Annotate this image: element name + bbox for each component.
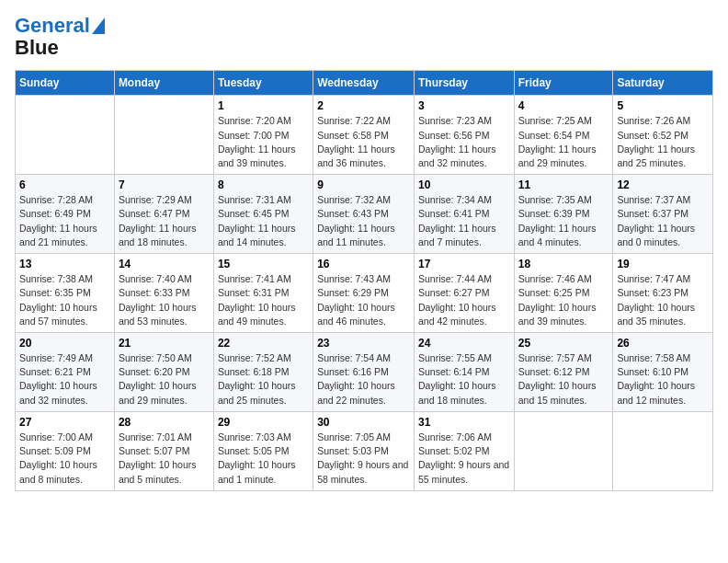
calendar-cell: 12Sunrise: 7:37 AM Sunset: 6:37 PM Dayli… [613,175,713,254]
weekday-header-friday: Friday [514,71,613,96]
day-detail: Sunrise: 7:38 AM Sunset: 6:35 PM Dayligh… [19,272,110,328]
day-number: 16 [317,258,410,270]
day-detail: Sunrise: 7:26 AM Sunset: 6:52 PM Dayligh… [617,114,709,170]
day-detail: Sunrise: 7:03 AM Sunset: 5:05 PM Dayligh… [218,431,309,487]
day-detail: Sunrise: 7:44 AM Sunset: 6:27 PM Dayligh… [418,272,510,328]
weekday-header-saturday: Saturday [613,71,713,96]
day-detail: Sunrise: 7:47 AM Sunset: 6:23 PM Dayligh… [617,272,709,328]
calendar-cell: 7Sunrise: 7:29 AM Sunset: 6:47 PM Daylig… [114,175,213,254]
calendar-cell: 19Sunrise: 7:47 AM Sunset: 6:23 PM Dayli… [613,254,713,333]
calendar-cell: 3Sunrise: 7:23 AM Sunset: 6:56 PM Daylig… [414,96,514,175]
day-number: 18 [518,258,609,270]
calendar-cell: 5Sunrise: 7:26 AM Sunset: 6:52 PM Daylig… [613,96,713,175]
calendar-cell: 30Sunrise: 7:05 AM Sunset: 5:03 PM Dayli… [313,411,415,490]
weekday-header-thursday: Thursday [414,71,514,96]
calendar-cell: 2Sunrise: 7:22 AM Sunset: 6:58 PM Daylig… [313,96,415,175]
calendar-cell: 15Sunrise: 7:41 AM Sunset: 6:31 PM Dayli… [213,254,313,333]
calendar-cell [514,411,613,490]
calendar-cell: 23Sunrise: 7:54 AM Sunset: 6:16 PM Dayli… [313,333,415,412]
calendar-cell: 11Sunrise: 7:35 AM Sunset: 6:39 PM Dayli… [514,175,613,254]
day-number: 28 [119,416,210,429]
day-detail: Sunrise: 7:37 AM Sunset: 6:37 PM Dayligh… [617,193,709,249]
calendar-cell: 1Sunrise: 7:20 AM Sunset: 7:00 PM Daylig… [213,96,313,175]
calendar-cell: 8Sunrise: 7:31 AM Sunset: 6:45 PM Daylig… [213,175,313,254]
day-number: 22 [218,337,309,350]
day-number: 8 [218,178,309,191]
day-detail: Sunrise: 7:49 AM Sunset: 6:21 PM Dayligh… [19,351,110,408]
calendar-cell: 13Sunrise: 7:38 AM Sunset: 6:35 PM Dayli… [16,254,115,333]
calendar-cell [16,96,115,175]
calendar-cell: 20Sunrise: 7:49 AM Sunset: 6:21 PM Dayli… [16,333,115,412]
calendar-cell: 31Sunrise: 7:06 AM Sunset: 5:02 PM Dayli… [414,411,514,490]
calendar-cell: 21Sunrise: 7:50 AM Sunset: 6:20 PM Dayli… [114,333,213,412]
day-number: 9 [317,178,410,191]
calendar-cell [613,411,713,490]
day-detail: Sunrise: 7:01 AM Sunset: 5:07 PM Dayligh… [119,431,210,487]
day-number: 17 [418,258,510,270]
calendar-cell: 9Sunrise: 7:32 AM Sunset: 6:43 PM Daylig… [313,175,415,254]
day-detail: Sunrise: 7:41 AM Sunset: 6:31 PM Dayligh… [218,272,309,328]
day-number: 11 [518,178,609,191]
calendar-cell: 27Sunrise: 7:00 AM Sunset: 5:09 PM Dayli… [16,411,115,490]
day-detail: Sunrise: 7:58 AM Sunset: 6:10 PM Dayligh… [617,351,709,408]
day-number: 12 [617,178,709,191]
weekday-header-tuesday: Tuesday [213,71,313,96]
day-detail: Sunrise: 7:57 AM Sunset: 6:12 PM Dayligh… [518,351,609,408]
svg-marker-0 [92,17,105,34]
day-number: 2 [317,99,410,112]
day-detail: Sunrise: 7:29 AM Sunset: 6:47 PM Dayligh… [119,193,210,249]
day-number: 1 [218,99,309,112]
day-detail: Sunrise: 7:35 AM Sunset: 6:39 PM Dayligh… [518,193,609,249]
day-detail: Sunrise: 7:20 AM Sunset: 7:00 PM Dayligh… [218,114,309,170]
day-number: 19 [617,258,709,270]
day-number: 4 [518,99,609,112]
day-detail: Sunrise: 7:46 AM Sunset: 6:25 PM Dayligh… [518,272,609,328]
day-detail: Sunrise: 7:25 AM Sunset: 6:54 PM Dayligh… [518,114,609,170]
day-number: 3 [418,99,510,112]
calendar-cell: 25Sunrise: 7:57 AM Sunset: 6:12 PM Dayli… [514,333,613,412]
calendar-table: SundayMondayTuesdayWednesdayThursdayFrid… [15,70,713,490]
day-number: 27 [19,416,110,429]
weekday-header-sunday: Sunday [16,71,115,96]
calendar-cell: 4Sunrise: 7:25 AM Sunset: 6:54 PM Daylig… [514,96,613,175]
day-number: 29 [218,416,309,429]
logo-text: General [15,15,90,37]
day-detail: Sunrise: 7:52 AM Sunset: 6:18 PM Dayligh… [218,351,309,408]
day-number: 14 [119,258,210,270]
day-detail: Sunrise: 7:05 AM Sunset: 5:03 PM Dayligh… [317,431,410,487]
day-detail: Sunrise: 7:34 AM Sunset: 6:41 PM Dayligh… [418,193,510,249]
day-number: 24 [418,337,510,350]
day-detail: Sunrise: 7:28 AM Sunset: 6:49 PM Dayligh… [19,193,110,249]
calendar-cell: 17Sunrise: 7:44 AM Sunset: 6:27 PM Dayli… [414,254,514,333]
calendar-cell: 10Sunrise: 7:34 AM Sunset: 6:41 PM Dayli… [414,175,514,254]
day-detail: Sunrise: 7:55 AM Sunset: 6:14 PM Dayligh… [418,351,510,408]
day-number: 30 [317,416,410,429]
day-detail: Sunrise: 7:50 AM Sunset: 6:20 PM Dayligh… [119,351,210,408]
day-number: 25 [518,337,609,350]
day-detail: Sunrise: 7:22 AM Sunset: 6:58 PM Dayligh… [317,114,410,170]
calendar-week-1: 1Sunrise: 7:20 AM Sunset: 7:00 PM Daylig… [16,96,713,175]
calendar-week-2: 6Sunrise: 7:28 AM Sunset: 6:49 PM Daylig… [16,175,713,254]
day-number: 31 [418,416,510,429]
day-number: 26 [617,337,709,350]
logo-icon [92,17,105,34]
calendar-body: 1Sunrise: 7:20 AM Sunset: 7:00 PM Daylig… [16,96,713,490]
calendar-week-5: 27Sunrise: 7:00 AM Sunset: 5:09 PM Dayli… [16,411,713,490]
logo-blue: Blue [15,37,105,59]
day-detail: Sunrise: 7:54 AM Sunset: 6:16 PM Dayligh… [317,351,410,408]
day-number: 7 [119,178,210,191]
day-detail: Sunrise: 7:31 AM Sunset: 6:45 PM Dayligh… [218,193,309,249]
calendar-cell: 24Sunrise: 7:55 AM Sunset: 6:14 PM Dayli… [414,333,514,412]
day-number: 15 [218,258,309,270]
day-detail: Sunrise: 7:43 AM Sunset: 6:29 PM Dayligh… [317,272,410,328]
calendar-week-4: 20Sunrise: 7:49 AM Sunset: 6:21 PM Dayli… [16,333,713,412]
day-detail: Sunrise: 7:32 AM Sunset: 6:43 PM Dayligh… [317,193,410,249]
calendar-cell: 26Sunrise: 7:58 AM Sunset: 6:10 PM Dayli… [613,333,713,412]
day-detail: Sunrise: 7:06 AM Sunset: 5:02 PM Dayligh… [418,431,510,487]
day-number: 20 [19,337,110,350]
day-detail: Sunrise: 7:23 AM Sunset: 6:56 PM Dayligh… [418,114,510,170]
calendar-header: SundayMondayTuesdayWednesdayThursdayFrid… [16,71,713,96]
weekday-header-row: SundayMondayTuesdayWednesdayThursdayFrid… [16,71,713,96]
calendar-week-3: 13Sunrise: 7:38 AM Sunset: 6:35 PM Dayli… [16,254,713,333]
calendar-cell [114,96,213,175]
